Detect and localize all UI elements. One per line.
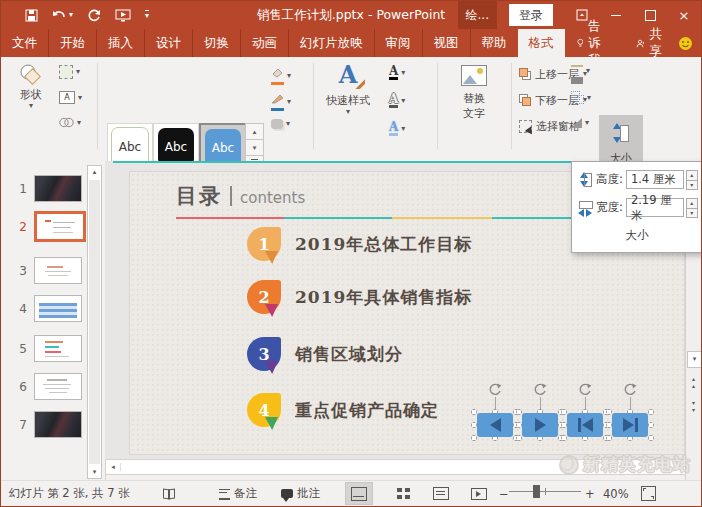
tab-animations[interactable]: 动画	[241, 29, 289, 57]
normal-view-button[interactable]	[345, 482, 373, 505]
slide-thumbnail[interactable]	[34, 335, 82, 362]
spellcheck-icon[interactable]	[163, 481, 175, 506]
group-objects-button[interactable]: ▾	[571, 91, 591, 104]
tab-help[interactable]: 帮助	[471, 29, 518, 57]
maximize-button[interactable]	[633, 1, 667, 29]
slide-thumbnail[interactable]	[34, 257, 82, 284]
tab-transitions[interactable]: 切换	[193, 29, 241, 57]
text-effects-button[interactable]: A▾	[389, 121, 405, 136]
rotate-handle-icon[interactable]	[533, 383, 547, 397]
shape-fill-button[interactable]: ▾	[271, 67, 291, 85]
sign-in-button[interactable]: 登录	[509, 4, 553, 26]
slide-list-item-5[interactable]: 5	[7, 335, 82, 362]
tab-insert[interactable]: 插入	[97, 29, 145, 57]
text-outline-button[interactable]: A▾	[389, 93, 405, 108]
zoom-slider-thumb[interactable]	[533, 485, 540, 498]
quick-styles-button[interactable]: A 快速样式 ▾	[321, 63, 375, 116]
slide-thumbnail[interactable]	[34, 411, 82, 438]
slide-list-item-2-selected[interactable]: 2	[7, 211, 86, 242]
tab-file[interactable]: 文件	[1, 29, 49, 57]
slide-list-item-3[interactable]: 3	[7, 257, 82, 284]
gallery-down-icon[interactable]: ▾	[245, 139, 264, 156]
start-slideshow-icon[interactable]	[115, 9, 131, 22]
drawing-tools-contextual-button[interactable]: 绘...	[458, 1, 497, 29]
rotate-objects-button[interactable]: ▾	[571, 117, 589, 128]
media-previous-shape[interactable]	[561, 383, 609, 441]
slide-list-item-6[interactable]: 6	[7, 373, 82, 400]
redo-icon[interactable]	[87, 9, 101, 22]
media-back-shape[interactable]	[471, 383, 519, 441]
shape-outline-button[interactable]: ▾	[271, 93, 291, 111]
selection-handles[interactable]	[561, 409, 609, 441]
zoom-out-button[interactable]: −	[499, 481, 509, 506]
scroll-down-icon[interactable]: ▾	[687, 351, 702, 368]
tab-format[interactable]: 格式	[518, 29, 565, 57]
share-button[interactable]: 共享	[624, 29, 679, 57]
slide-list-item-4[interactable]: 4	[7, 295, 82, 322]
undo-icon[interactable]: ▾	[52, 9, 73, 21]
media-play-shape[interactable]	[516, 383, 564, 441]
text-box-button[interactable]: A ▾	[59, 91, 82, 104]
slide-sorter-view-button[interactable]	[389, 482, 417, 505]
smiley-feedback-icon[interactable]	[678, 29, 693, 57]
toc-item-2[interactable]: 2 2019年具体销售指标	[247, 280, 472, 314]
tell-me-box[interactable]: 告诉我	[565, 29, 624, 57]
tab-slideshow[interactable]: 幻灯片放映	[289, 29, 375, 57]
edit-shape-button[interactable]: ▾	[59, 65, 80, 79]
zoom-percentage[interactable]: 40%	[603, 481, 629, 506]
save-icon[interactable]	[25, 9, 38, 22]
width-input[interactable]: 2.19 厘米	[626, 198, 684, 217]
shapes-button[interactable]: 形状 ▾	[9, 63, 53, 110]
zoom-in-button[interactable]: +	[585, 481, 595, 506]
notes-button[interactable]: 备注	[219, 481, 257, 506]
close-button[interactable]: ×	[667, 1, 701, 29]
scroll-down-icon[interactable]: ▾	[88, 468, 101, 476]
media-next-icon[interactable]	[612, 413, 648, 437]
media-previous-icon[interactable]	[567, 413, 603, 437]
reading-view-button[interactable]	[427, 482, 455, 505]
next-slide-button[interactable]: ▾▾	[687, 397, 700, 415]
undo-caret-icon[interactable]: ▾	[69, 11, 73, 19]
tab-review[interactable]: 审阅	[375, 29, 423, 57]
rotate-handle-icon[interactable]	[623, 383, 637, 397]
previous-slide-button[interactable]: ▴▴	[687, 373, 700, 391]
slide-number-status[interactable]: 幻灯片 第 2 张, 共 7 张	[9, 481, 130, 506]
thumbnail-scrollbar[interactable]: ▴ ▾	[87, 165, 102, 479]
tab-design[interactable]: 设计	[145, 29, 193, 57]
fit-to-window-button[interactable]	[641, 481, 656, 506]
slide-thumbnail[interactable]	[34, 211, 86, 242]
tab-home[interactable]: 开始	[49, 29, 97, 57]
rotate-handle-icon[interactable]	[488, 383, 502, 397]
selection-handles[interactable]	[471, 409, 519, 441]
slide-thumbnail[interactable]	[34, 373, 82, 400]
selection-handles[interactable]	[516, 409, 564, 441]
slide-thumbnail[interactable]	[34, 175, 82, 202]
slideshow-view-button[interactable]	[465, 482, 493, 505]
zoom-slider[interactable]	[509, 481, 581, 502]
rotate-handle-icon[interactable]	[578, 383, 592, 397]
shape-effects-button[interactable]: ▾	[271, 119, 290, 129]
selection-handles[interactable]	[606, 409, 654, 441]
media-play-icon[interactable]	[522, 413, 558, 437]
align-button[interactable]: ▾	[571, 65, 590, 77]
height-input[interactable]: 1.4 厘米	[626, 170, 684, 189]
toc-item-3[interactable]: 3 销售区域划分	[247, 337, 403, 371]
tab-view[interactable]: 视图	[423, 29, 471, 57]
toc-item-1[interactable]: 1 2019年总体工作目标	[247, 227, 472, 261]
slide-list-item-1[interactable]: 1	[7, 175, 82, 202]
comments-button[interactable]: 批注	[281, 481, 320, 506]
scroll-up-icon[interactable]: ▴	[88, 168, 101, 176]
toc-item-4[interactable]: 4 重点促销产品确定	[247, 393, 439, 427]
slide-title-block[interactable]: 目录 contents	[176, 182, 305, 210]
slide-list-item-7[interactable]: 7	[7, 411, 82, 438]
slide-thumbnail[interactable]	[34, 295, 82, 322]
merge-shapes-button[interactable]: ▾	[59, 117, 81, 128]
media-back-icon[interactable]	[477, 413, 513, 437]
scroll-left-icon[interactable]: ◂	[106, 463, 121, 471]
height-spinner[interactable]: ▴▾	[686, 170, 698, 189]
width-spinner[interactable]: ▴▾	[686, 198, 698, 217]
customize-qat-caret-icon[interactable]: ▾	[145, 10, 149, 20]
gallery-up-icon[interactable]: ▴	[245, 123, 264, 140]
alt-text-button[interactable]: 替换 文字	[445, 65, 503, 121]
media-next-shape[interactable]	[606, 383, 654, 441]
